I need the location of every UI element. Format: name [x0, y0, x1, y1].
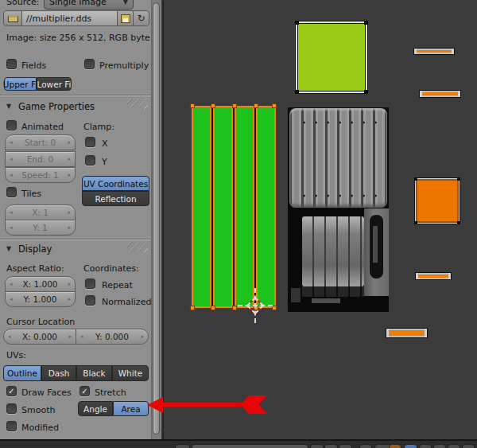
aspect-x-slider[interactable]: ◂ X: 1.000 ▸ [5, 276, 76, 292]
uv-vertex-selected[interactable] [190, 306, 195, 310]
editor-header-button[interactable] [433, 444, 446, 448]
uv-vertex[interactable] [457, 177, 460, 181]
cursor-y-slider[interactable]: ◂ Y: 0.000 ▸ [76, 329, 149, 345]
panel-grip[interactable] [127, 99, 148, 109]
uv-vertex[interactable] [364, 21, 368, 25]
panel-scrollbar-thumb[interactable] [153, 2, 160, 434]
anim-start-slider[interactable]: ◂ Start: 0 ▸ [5, 134, 76, 150]
slider-right-arrow[interactable]: ▸ [68, 282, 71, 287]
slider-right-arrow[interactable]: ▸ [68, 140, 71, 146]
image-datablock-button[interactable] [3, 10, 22, 26]
uv-mode-outline-button[interactable]: Outline [3, 365, 41, 381]
reload-image-button[interactable]: ↻ [133, 10, 149, 26]
slider-right-arrow[interactable]: ▸ [68, 225, 71, 231]
editor-header-button[interactable] [339, 444, 352, 448]
uv-face-lime-square[interactable] [296, 21, 367, 93]
image-properties-panel: Source: Single Image ▼ //multiplier.dds … [0, 0, 161, 439]
uv-face-orange-square[interactable] [415, 178, 460, 224]
display-header[interactable]: Display [18, 243, 52, 255]
uv-vertex-selected[interactable] [254, 103, 258, 108]
slider-right-arrow[interactable]: ▸ [68, 157, 71, 162]
uv-vertex-selected[interactable] [232, 306, 237, 310]
uv-vertex-selected[interactable] [211, 103, 215, 108]
modified-checkbox[interactable] [6, 421, 17, 431]
slider-right-arrow[interactable]: ▸ [68, 173, 71, 178]
load-image-button[interactable] [117, 10, 134, 26]
aspect-y-slider[interactable]: ◂ Y: 1.000 ▸ [5, 291, 76, 307]
collapse-triangle-icon[interactable]: ▼ [6, 245, 11, 252]
game-properties-header[interactable]: Game Properties [18, 101, 95, 112]
uv-vertex-selected[interactable] [190, 103, 195, 108]
upper-first-button[interactable]: Upper Fi [4, 77, 37, 91]
editor-header-button[interactable] [324, 444, 338, 448]
fields-checkbox[interactable] [6, 59, 17, 69]
normalized-checkbox[interactable] [85, 295, 95, 306]
animated-checkbox[interactable] [6, 120, 17, 131]
reflection-button[interactable]: Reflection [82, 191, 149, 206]
uv-vertex[interactable] [295, 90, 299, 94]
anim-start-value: Start: 0 [13, 138, 68, 147]
repeat-checkbox[interactable] [85, 279, 95, 289]
refresh-icon: ↻ [137, 13, 145, 24]
panel-grip[interactable] [127, 242, 148, 252]
slider-right-arrow[interactable]: ▸ [68, 210, 71, 216]
uv-island-orange-bar[interactable] [419, 90, 461, 98]
clamp-y-checkbox[interactable] [85, 155, 95, 166]
section-divider [0, 239, 161, 241]
clamp-y-label: Y [102, 157, 107, 167]
uv-mode-white-button[interactable]: White [112, 365, 149, 381]
uv-island-green-bars[interactable] [192, 106, 276, 308]
uv-face-green-bar[interactable] [256, 106, 276, 308]
uv-island-orange-bar[interactable] [415, 272, 452, 280]
uv-vertex-selected[interactable] [211, 306, 215, 310]
editor-header-button[interactable] [389, 444, 401, 448]
uv-editor-canvas[interactable] [165, 0, 477, 439]
stretch-area-button[interactable]: Area [113, 401, 149, 416]
clamp-x-checkbox[interactable] [85, 137, 95, 147]
slider-right-arrow[interactable]: ▸ [68, 334, 72, 340]
slider-right-arrow[interactable]: ▸ [141, 334, 144, 340]
uv-coordinates-button[interactable]: UV Coordinates [82, 176, 149, 191]
image-filename-field[interactable]: //multiplier.dds [21, 10, 118, 26]
uv-coordinates-label: UV Coordinates [83, 179, 148, 189]
uv-vertex-selected[interactable] [232, 103, 237, 108]
uv-vertex[interactable] [414, 221, 417, 224]
tiles-checkbox[interactable] [6, 187, 17, 197]
editor-header-button[interactable] [359, 444, 372, 448]
clamp-label: Clamp: [83, 122, 114, 132]
editor-header-button[interactable] [175, 444, 190, 448]
uv-island-orange-bar[interactable] [413, 48, 455, 55]
smooth-checkbox[interactable] [6, 403, 17, 414]
uv-vertex[interactable] [364, 90, 368, 94]
stretch-angle-button[interactable]: Angle [78, 401, 113, 416]
editor-header-button[interactable] [419, 444, 432, 448]
editor-header-button[interactable] [404, 444, 417, 448]
editor-header-button[interactable] [462, 444, 475, 448]
stretch-checkbox[interactable]: ✓ [80, 386, 90, 396]
editor-header-field[interactable] [192, 444, 308, 448]
draw-faces-checkbox[interactable]: ✓ [6, 386, 17, 396]
editor-header-button[interactable] [448, 444, 460, 448]
editor-header-button[interactable] [310, 444, 324, 448]
tiles-x-slider[interactable]: ◂ X: 1 ▸ [5, 205, 76, 220]
uv-face-green-bar[interactable] [192, 106, 211, 308]
uv-vertex[interactable] [295, 21, 299, 25]
anim-end-slider[interactable]: ◂ End: 0 ▸ [5, 151, 76, 167]
machine-fins-shadow [302, 286, 364, 297]
uv-vertex[interactable] [414, 177, 417, 181]
uv-mode-dash-button[interactable]: Dash [41, 365, 76, 381]
collapse-triangle-icon[interactable]: ▼ [6, 103, 11, 110]
uv-face-green-bar[interactable] [235, 106, 254, 308]
uv-vertex-selected[interactable] [272, 103, 277, 108]
uv-island-orange-bar[interactable] [386, 328, 428, 338]
uv-mode-black-button[interactable]: Black [76, 365, 112, 381]
premultiply-checkbox[interactable] [84, 59, 95, 69]
anim-speed-slider[interactable]: ◂ Speed: 1 ▸ [5, 167, 76, 183]
cursor-x-slider[interactable]: ◂ X: 0.000 ▸ [3, 329, 76, 345]
uv-face-green-bar[interactable] [213, 106, 233, 308]
uv-vertex[interactable] [457, 221, 460, 224]
tiles-y-slider[interactable]: ◂ Y: 1 ▸ [5, 220, 76, 236]
slider-right-arrow[interactable]: ▸ [68, 297, 71, 302]
lower-first-button[interactable]: Lower Fi [37, 77, 72, 91]
source-dropdown[interactable]: Single Image ▼ [44, 0, 134, 10]
